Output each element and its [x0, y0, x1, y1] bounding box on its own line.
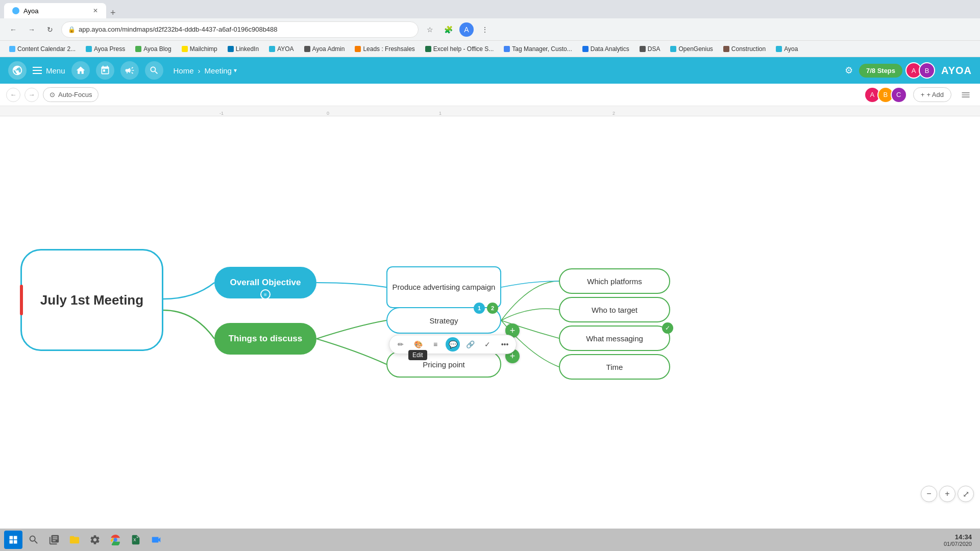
list-icon[interactable]: ≡: [428, 337, 443, 352]
strategy-node[interactable]: Strategy 1 2: [386, 307, 501, 334]
bm-favicon: [304, 46, 310, 52]
bookmark-tag-manager[interactable]: Tag Manager, Custo...: [501, 44, 575, 54]
more-icon[interactable]: •••: [498, 337, 512, 352]
back-button[interactable]: ←: [6, 22, 20, 37]
central-node[interactable]: July 1st Meeting: [20, 249, 163, 351]
overall-objective-label: Overall Objective: [230, 278, 301, 288]
pricing-point-label: Pricing point: [423, 360, 465, 369]
bm-favicon: [86, 46, 92, 52]
bookmark-opengenius[interactable]: OpenGenius: [667, 44, 716, 54]
taskbar-settings[interactable]: [86, 531, 104, 549]
taskbar-excel[interactable]: [127, 531, 145, 549]
hamburger-icon: [33, 67, 42, 74]
search-button[interactable]: [145, 61, 163, 80]
check-icon[interactable]: ✓: [480, 337, 495, 352]
add-button[interactable]: + + Add: [913, 87, 951, 102]
breadcrumb-separator: ›: [198, 66, 201, 75]
meeting-breadcrumb[interactable]: Meeting ▾: [205, 66, 237, 75]
menu-label: Menu: [46, 66, 65, 75]
bookmark-content-calendar[interactable]: Content Calendar 2...: [6, 44, 79, 54]
secondary-toolbar: ← → ⊙ Auto-Focus A B C + + Add: [0, 84, 980, 106]
app-toolbar: Menu Home › Meeting ▾ ⚙ 7/8 Steps A B AY…: [0, 57, 980, 84]
bookmark-button[interactable]: ☆: [423, 22, 437, 37]
messaging-check-badge: ✓: [662, 322, 673, 334]
add-icon: +: [921, 91, 925, 98]
things-to-discuss-label: Things to discuss: [229, 334, 303, 344]
bm-favicon: [269, 46, 275, 52]
bookmark-label: Ayoa Press: [94, 45, 125, 53]
bookmark-ayoa[interactable]: AYOA: [266, 44, 297, 54]
bookmark-freshsales[interactable]: Leads : Freshsales: [352, 44, 418, 54]
extensions-button[interactable]: 🧩: [441, 22, 455, 37]
steps-button[interactable]: 7/8 Steps: [859, 64, 902, 78]
bookmark-mailchimp[interactable]: Mailchimp: [179, 44, 220, 54]
bookmark-ayoa-blog[interactable]: Ayoa Blog: [132, 44, 175, 54]
back-nav-button[interactable]: ←: [6, 88, 20, 102]
address-bar[interactable]: 🔒 app.ayoa.com/mindmaps/d2f232b4-dddb-44…: [61, 21, 419, 38]
calendar-icon[interactable]: [96, 61, 114, 80]
user-avatars: A B C: [864, 87, 907, 103]
bm-favicon: [228, 46, 234, 52]
browser-menu-button[interactable]: ⋮: [478, 22, 492, 37]
pricing-point-node[interactable]: Pricing point: [386, 351, 501, 378]
avatar-2: B: [919, 62, 935, 79]
what-messaging-node[interactable]: What messaging ✓: [559, 325, 670, 351]
things-to-discuss-node[interactable]: Things to discuss: [214, 323, 316, 355]
autofocus-label: Auto-Focus: [58, 91, 92, 98]
taskbar-file-explorer[interactable]: [65, 531, 84, 549]
clock-date: 01/07/2020: [944, 541, 972, 547]
what-messaging-label: What messaging: [586, 334, 643, 343]
edit-tooltip: Edit: [408, 350, 427, 360]
bookmark-construction[interactable]: Construction: [720, 44, 769, 54]
profile-button[interactable]: A: [459, 22, 474, 37]
chat-icon[interactable]: 💬: [446, 337, 460, 352]
browser-tab[interactable]: Ayoa ✕: [4, 3, 106, 18]
menu-button[interactable]: Menu: [33, 66, 65, 75]
tab-favicon: [12, 7, 19, 14]
bookmark-dsa[interactable]: DSA: [636, 44, 664, 54]
bookmark-excel[interactable]: Excel help - Office S...: [422, 44, 497, 54]
zoom-out-button[interactable]: −: [921, 486, 937, 502]
central-node-label: July 1st Meeting: [40, 292, 143, 308]
bm-favicon: [723, 46, 729, 52]
forward-button[interactable]: →: [24, 22, 39, 37]
taskbar-search[interactable]: [24, 531, 43, 549]
url-text: app.ayoa.com/mindmaps/d2f232b4-dddb-4437…: [79, 26, 278, 33]
new-tab-button[interactable]: +: [106, 8, 120, 18]
produce-campaign-node[interactable]: Produce advertising campaign: [386, 266, 501, 308]
color-icon[interactable]: 🎨: [411, 337, 425, 352]
time-node[interactable]: Time: [559, 354, 670, 380]
tab-close-button[interactable]: ✕: [93, 7, 98, 14]
bookmark-linkedin[interactable]: LinkedIn: [225, 44, 262, 54]
bookmark-ayoa2[interactable]: Ayoa: [773, 44, 801, 54]
edit-icon[interactable]: ✏: [394, 337, 408, 352]
notifications-icon[interactable]: [8, 61, 27, 80]
bookmark-ayoa-admin[interactable]: Ayoa Admin: [301, 44, 348, 54]
forward-nav-button[interactable]: →: [24, 88, 39, 102]
bm-favicon: [425, 46, 431, 52]
bookmark-data-analytics[interactable]: Data Analytics: [579, 44, 632, 54]
overall-objective-node[interactable]: Overall Objective ≡: [214, 267, 316, 298]
reload-button[interactable]: ↻: [43, 22, 57, 37]
bm-favicon: [582, 46, 589, 52]
autofocus-button[interactable]: ⊙ Auto-Focus: [43, 87, 99, 102]
bm-favicon: [776, 46, 782, 52]
link-icon[interactable]: 🔗: [463, 337, 477, 352]
bookmark-ayoa-press[interactable]: Ayoa Press: [83, 44, 128, 54]
start-button[interactable]: [4, 531, 22, 549]
home-breadcrumb[interactable]: Home: [174, 66, 194, 75]
fullscreen-button[interactable]: ⤢: [958, 486, 974, 502]
which-platforms-label: Which platforms: [587, 277, 642, 286]
who-to-target-node[interactable]: Who to target: [559, 297, 670, 322]
svg-point-0: [113, 538, 117, 541]
mindmap-canvas[interactable]: July 1st Meeting Overall Objective ≡ Thi…: [0, 116, 980, 508]
which-platforms-node[interactable]: Which platforms: [559, 268, 670, 294]
megaphone-icon[interactable]: [120, 61, 139, 80]
taskbar-chrome[interactable]: [106, 531, 125, 549]
home-button[interactable]: [71, 61, 90, 80]
settings-icon[interactable]: ⚙: [845, 65, 853, 76]
zoom-in-button[interactable]: +: [939, 486, 955, 502]
taskbar-task-view[interactable]: [45, 531, 63, 549]
taskbar-zoom[interactable]: [147, 531, 165, 549]
right-panel-toggle[interactable]: [958, 87, 974, 103]
